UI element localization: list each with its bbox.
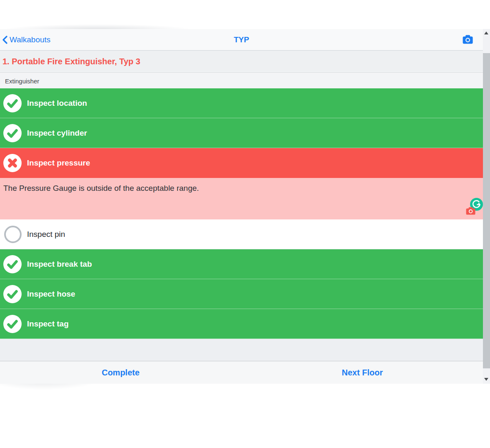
checklist-item-inspect-pressure[interactable]: Inspect pressure [0, 148, 490, 178]
chevron-left-icon [2, 36, 7, 44]
scroll-down-arrow-icon[interactable] [484, 378, 488, 381]
checklist-item-label: Inspect cylinder [27, 129, 87, 138]
footer-toolbar: Complete Next Floor [0, 361, 490, 384]
camera-icon[interactable] [466, 207, 475, 215]
checklist-item-inspect-break-tab[interactable]: Inspect break tab [0, 249, 490, 279]
checklist-item-inspect-cylinder[interactable]: Inspect cylinder [0, 118, 490, 148]
camera-icon[interactable] [463, 35, 473, 44]
asset-title: 1. Portable Fire Extinguisher, Typ 3 [0, 57, 140, 66]
scrollbar-thumb[interactable] [483, 53, 490, 368]
checklist-item-inspect-tag[interactable]: Inspect tag [0, 309, 490, 339]
vertical-scrollbar[interactable] [483, 29, 490, 384]
checklist-item-label: Inspect pressure [27, 158, 90, 168]
asset-title-band: 1. Portable Fire Extinguisher, Typ 3 [0, 51, 490, 73]
section-label: Extinguisher [0, 78, 39, 85]
complete-button[interactable]: Complete [0, 361, 241, 384]
section-header: Extinguisher [0, 73, 490, 88]
checklist-item-label: Inspect break tab [27, 260, 92, 269]
checklist-item-inspect-pin[interactable]: Inspect pin [0, 219, 490, 249]
checklist-item-label: Inspect pin [27, 230, 65, 239]
checklist-item-label: Inspect hose [27, 290, 75, 299]
failure-note: The Pressure Gauge is outside of the acc… [0, 178, 490, 219]
empty-circle-icon [4, 226, 22, 243]
back-button[interactable]: Walkabouts [2, 29, 51, 51]
failure-note-input[interactable]: The Pressure Gauge is outside of the acc… [0, 178, 490, 199]
page-title: TYP [0, 29, 483, 51]
check-circle-icon [3, 315, 22, 333]
scroll-up-arrow-icon[interactable] [484, 32, 488, 34]
checklist-item-label: Inspect tag [27, 319, 69, 329]
x-circle-icon [3, 154, 22, 172]
check-circle-icon [3, 94, 22, 112]
check-circle-icon [3, 124, 22, 142]
content-spacer [0, 339, 490, 361]
walkabout-inspection-screen: TYP Walkabouts 1. Portable Fire Extingui… [0, 29, 490, 384]
back-button-label: Walkabouts [10, 35, 51, 44]
check-circle-icon [3, 255, 22, 273]
navigation-bar: TYP Walkabouts [0, 29, 490, 51]
checklist-item-label: Inspect location [27, 99, 87, 108]
next-floor-button[interactable]: Next Floor [242, 361, 483, 384]
check-circle-icon [3, 285, 22, 303]
checklist-item-inspect-location[interactable]: Inspect location [0, 88, 490, 118]
checklist: Inspect location Inspect cylinder Inspec… [0, 88, 490, 339]
checklist-item-inspect-hose[interactable]: Inspect hose [0, 279, 490, 309]
